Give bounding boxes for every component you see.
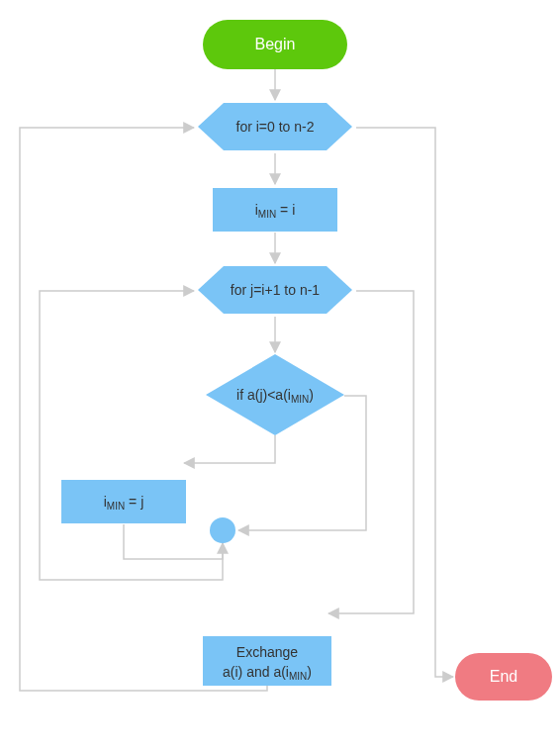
begin-node: Begin: [203, 20, 347, 69]
exchange-label-1: Exchange: [236, 644, 298, 660]
imin-j-node: iMIN = j: [61, 480, 186, 523]
decision-node: if a(j)<a(iMIN): [206, 354, 344, 435]
for-i-label: for i=0 to n-2: [236, 119, 315, 135]
end-node: End: [455, 653, 552, 701]
begin-label: Begin: [255, 36, 296, 52]
for-j-label: for j=i+1 to n-1: [231, 282, 320, 298]
imin-i-node: iMIN = i: [213, 188, 337, 232]
for-j-node: for j=i+1 to n-1: [198, 266, 352, 314]
end-label: End: [490, 668, 517, 685]
connector-circle: [210, 517, 235, 543]
for-i-node: for i=0 to n-2: [198, 103, 352, 150]
exchange-node: Exchange a(i) and a(iMIN): [203, 636, 331, 686]
